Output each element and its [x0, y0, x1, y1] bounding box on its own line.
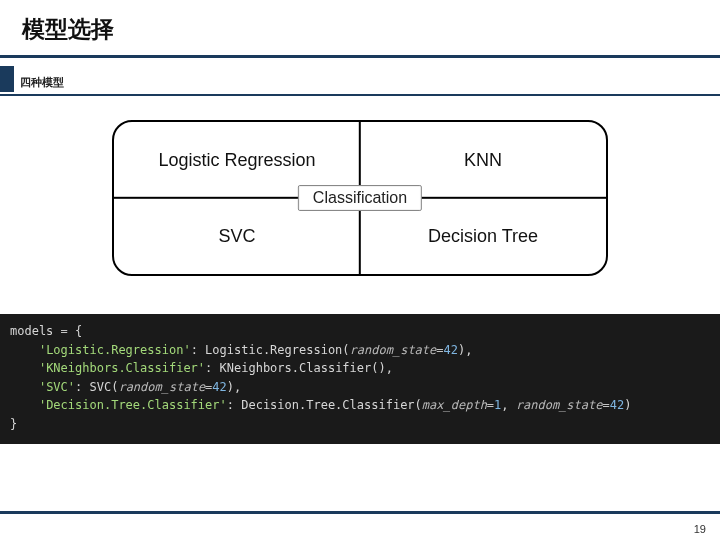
- subtitle: 四种模型: [20, 75, 64, 92]
- subtitle-row: 四种模型: [0, 66, 720, 92]
- code-open: {: [75, 324, 82, 338]
- page-title: 模型选择: [0, 0, 720, 55]
- subtitle-accent-bar: [0, 66, 14, 92]
- code-var: models: [10, 324, 53, 338]
- footer-divider: [0, 511, 720, 514]
- code-eq: =: [53, 324, 75, 338]
- diagram-center-label: Classification: [298, 185, 422, 211]
- code-block: models = { 'Logistic.Regression': Logist…: [0, 314, 720, 444]
- code-lines: 'Logistic.Regression': Logistic.Regressi…: [10, 343, 631, 413]
- title-divider: [0, 55, 720, 58]
- page-number: 19: [694, 523, 706, 535]
- subtitle-divider: [0, 94, 720, 96]
- code-close: }: [10, 417, 17, 431]
- quadrant-diagram: Logistic Regression KNN SVC Decision Tre…: [112, 120, 608, 276]
- slide: 模型选择 四种模型 Logistic Regression KNN SVC De…: [0, 0, 720, 540]
